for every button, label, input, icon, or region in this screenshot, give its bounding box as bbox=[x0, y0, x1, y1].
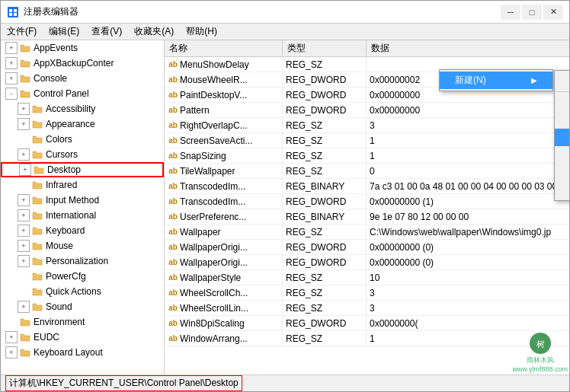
table-row[interactable]: ab TranscodedIm... REG_BINARY 7a c3 01 0… bbox=[165, 179, 569, 194]
expand-btn-keyboard[interactable]: + bbox=[18, 225, 30, 237]
tree-item-console[interactable]: + Console bbox=[1, 71, 164, 86]
menu-file[interactable]: 文件(F) bbox=[1, 24, 43, 40]
cell-name-1: ab MouseWheelR... bbox=[165, 72, 283, 87]
expand-btn-console[interactable]: + bbox=[5, 72, 18, 84]
expand-btn-desktop[interactable]: + bbox=[19, 164, 31, 176]
folder-icon-cursors bbox=[31, 149, 43, 160]
table-row[interactable]: ab UserPreferenc... REG_BINARY 9e 1e 07 … bbox=[165, 209, 569, 225]
cell-value-8: 7a c3 01 00 0a 48 01 00 00 04 00 00 00 0… bbox=[367, 179, 569, 193]
maximize-button[interactable]: □ bbox=[522, 5, 542, 20]
cell-name-18: ab WindowArrang... bbox=[165, 331, 283, 346]
folder-icon-appearance bbox=[31, 119, 43, 129]
tree-item-colors[interactable]: Colors bbox=[1, 132, 164, 147]
tree-item-personalization[interactable]: + Personalization bbox=[1, 253, 164, 269]
minimize-button[interactable]: ─ bbox=[501, 5, 520, 20]
tree-label-appearance: Appearance bbox=[46, 119, 95, 129]
tree-item-accessibility[interactable]: + Accessibility bbox=[1, 101, 164, 116]
table-row[interactable]: ab SnapSizing REG_SZ 1 bbox=[165, 148, 569, 164]
table-row[interactable]: ab Wallpaper REG_SZ C:\Windows\web\wallp… bbox=[165, 225, 569, 240]
reg-icon-11: ab bbox=[168, 228, 178, 237]
menu-edit[interactable]: 编辑(E) bbox=[43, 24, 85, 40]
tree-item-quickactions[interactable]: Quick Actions bbox=[1, 284, 164, 299]
menu-view[interactable]: 查看(V) bbox=[85, 24, 128, 40]
svg-text:树: 树 bbox=[536, 339, 544, 349]
table-row[interactable]: ab WheelScrollLin... REG_SZ 3 bbox=[165, 301, 569, 316]
tree-item-appxbackup[interactable]: + AppXBackupConter bbox=[1, 56, 164, 71]
table-row[interactable]: ab WindowArrang... REG_SZ 1 bbox=[165, 331, 569, 346]
ctx-item-key[interactable]: 项(K) bbox=[555, 72, 569, 90]
table-row[interactable]: ab WheelScrollCh... REG_SZ 3 bbox=[165, 285, 569, 301]
cell-type-2: REG_DWORD bbox=[283, 88, 367, 102]
title-bar: 注册表编辑器 ─ □ ✕ bbox=[1, 1, 569, 24]
close-button[interactable]: ✕ bbox=[543, 5, 563, 20]
ctx-item-binary[interactable]: 二进制值(B) bbox=[555, 111, 569, 129]
cell-type-17: REG_DWORD bbox=[283, 316, 367, 330]
tree-item-cursors[interactable]: + Cursors bbox=[1, 147, 164, 162]
context-menu[interactable]: 新建(N) ▶ 项(K) 字符串值(S) 二进制值(B) bbox=[439, 69, 553, 91]
expand-btn-cursors[interactable]: + bbox=[18, 148, 30, 161]
expand-btn-eudc[interactable]: + bbox=[5, 331, 18, 343]
cell-type-9: REG_DWORD bbox=[283, 194, 367, 209]
table-body[interactable]: ab MenuShowDelay REG_SZ ab MouseWheelR..… bbox=[165, 57, 569, 374]
table-row[interactable]: ab WallpaperOrigi... REG_DWORD 0x0000000… bbox=[165, 240, 569, 255]
expand-btn-mouse[interactable]: + bbox=[18, 240, 30, 252]
tree-item-keyboardlayout[interactable]: + Keyboard Layout bbox=[1, 345, 164, 360]
table-row[interactable]: ab TileWallpaper REG_SZ 0 bbox=[165, 164, 569, 179]
tree-item-powercfg[interactable]: PowerCfg bbox=[1, 269, 164, 284]
tree-item-sound[interactable]: + Sound bbox=[1, 299, 164, 314]
ctx-item-expandstring[interactable]: 可扩充字符串值(E) bbox=[555, 181, 569, 199]
expand-btn-appearance[interactable]: + bbox=[18, 118, 30, 130]
submenu[interactable]: 项(K) 字符串值(S) 二进制值(B) DWORD (32 位值)(D) QW… bbox=[554, 70, 569, 201]
tree-panel[interactable]: + AppEvents + AppXBackupConter + bbox=[1, 40, 165, 374]
tree-item-controlpanel[interactable]: - Control Panel bbox=[1, 86, 164, 101]
expand-btn-appevents[interactable]: + bbox=[5, 42, 18, 54]
tree-item-appevents[interactable]: + AppEvents bbox=[1, 40, 164, 56]
tree-item-international[interactable]: + International bbox=[1, 208, 164, 223]
tree-item-inputmethod[interactable]: + Input Method bbox=[1, 193, 164, 208]
table-row[interactable]: ab TranscodedIm... REG_DWORD 0x00000000 … bbox=[165, 194, 569, 209]
tree-item-mouse[interactable]: + Mouse bbox=[1, 238, 164, 253]
expand-btn-appxbackup[interactable]: + bbox=[5, 57, 18, 69]
cell-type-16: REG_SZ bbox=[283, 301, 367, 315]
cell-type-15: REG_SZ bbox=[283, 285, 367, 300]
table-row[interactable]: ab Win8DpiScaling REG_DWORD 0x0000000( bbox=[165, 316, 569, 331]
table-row[interactable]: ab WallpaperStyle REG_SZ 10 bbox=[165, 270, 569, 285]
folder-icon-accessibility bbox=[31, 104, 43, 114]
expand-btn-keyboardlayout[interactable]: + bbox=[5, 346, 18, 359]
table-row[interactable]: ab WallpaperOrigi... REG_DWORD 0x0000000… bbox=[165, 255, 569, 270]
table-row[interactable]: ab ScreenSaveActi... REG_SZ 1 bbox=[165, 133, 569, 148]
ctx-item-new[interactable]: 新建(N) ▶ bbox=[440, 72, 552, 89]
expand-btn-inputmethod[interactable]: + bbox=[18, 194, 30, 206]
tree-item-keyboard[interactable]: + Keyboard bbox=[1, 223, 164, 238]
ctx-item-qword[interactable]: QWORD (64 位值)(Q) bbox=[555, 146, 569, 164]
cell-type-10: REG_BINARY bbox=[283, 209, 367, 224]
ctx-item-dword[interactable]: DWORD (32 位值)(D) bbox=[555, 129, 569, 146]
cell-name-14: ab WallpaperStyle bbox=[165, 270, 283, 285]
tree-item-eudc[interactable]: + EUDC bbox=[1, 330, 164, 345]
cell-value-10: 9e 1e 07 80 12 00 00 00 bbox=[367, 209, 569, 224]
expand-btn-personalization[interactable]: + bbox=[18, 255, 30, 267]
folder-icon-keyboardlayout bbox=[19, 347, 31, 358]
expand-btn-sound[interactable]: + bbox=[18, 301, 30, 313]
expand-btn-international[interactable]: + bbox=[18, 209, 30, 221]
table-row[interactable]: ab RightOverlapC... REG_SZ 3 bbox=[165, 118, 569, 133]
content-area: + AppEvents + AppXBackupConter + bbox=[1, 40, 569, 374]
tree-item-environment[interactable]: Environment bbox=[1, 314, 164, 330]
cell-name-15: ab WheelScrollCh... bbox=[165, 285, 283, 300]
tree-label-infrared: Infrared bbox=[46, 180, 77, 190]
tree-item-infrared[interactable]: Infrared bbox=[1, 177, 164, 193]
tree-item-appearance[interactable]: + Appearance bbox=[1, 116, 164, 132]
ctx-item-string[interactable]: 字符串值(S) bbox=[555, 94, 569, 111]
expand-btn-controlpanel[interactable]: - bbox=[5, 88, 18, 100]
folder-icon-appevents bbox=[19, 43, 31, 53]
status-bar: 计算机\HKEY_CURRENT_USER\Control Panel\Desk… bbox=[1, 374, 569, 391]
menu-help[interactable]: 帮助(H) bbox=[180, 24, 223, 40]
tree-item-desktop[interactable]: + Desktop bbox=[1, 162, 164, 177]
cell-type-13: REG_DWORD bbox=[283, 255, 367, 269]
cell-name-17: ab Win8DpiScaling bbox=[165, 316, 283, 330]
menu-favorites[interactable]: 收藏夹(A) bbox=[128, 24, 180, 40]
ctx-item-multistring[interactable]: 多字符串值(M) bbox=[555, 164, 569, 181]
expand-btn-accessibility[interactable]: + bbox=[18, 103, 30, 115]
table-row[interactable]: ab Pattern REG_DWORD 0x00000000 bbox=[165, 103, 569, 118]
svg-rect-2 bbox=[14, 9, 17, 12]
